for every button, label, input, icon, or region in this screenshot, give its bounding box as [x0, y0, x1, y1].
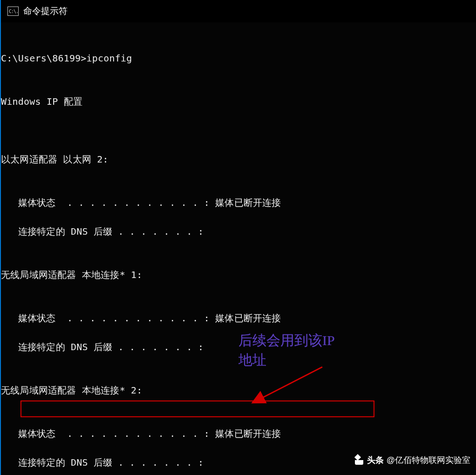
dns-suffix: 连接特定的 DNS 后缀 . . . . . . . :: [1, 340, 476, 354]
media-state: 媒体状态 . . . . . . . . . . . . : 媒体已断开连接: [1, 311, 476, 326]
dns-suffix: 连接特定的 DNS 后缀 . . . . . . . :: [1, 224, 476, 239]
toutiao-icon: [354, 455, 364, 465]
adapter-title: 无线局域网适配器 本地连接* 1:: [1, 268, 476, 282]
watermark: 头条 @亿佰特物联网实验室: [354, 455, 470, 466]
window-titlebar: C:\. 命令提示符: [1, 0, 476, 22]
media-state: 媒体状态 . . . . . . . . . . . . : 媒体已断开连接: [1, 427, 476, 441]
adapter-title: 无线局域网适配器 本地连接* 2:: [1, 383, 476, 398]
adapter-title: 以太网适配器 以太网 2:: [1, 152, 476, 167]
terminal-output[interactable]: C:\Users\86199>ipconfig Windows IP 配置 以太…: [1, 22, 476, 475]
prompt-line: C:\Users\86199>ipconfig: [1, 51, 476, 66]
cmd-icon: C:\.: [7, 7, 19, 16]
watermark-text: @亿佰特物联网实验室: [387, 455, 470, 466]
ip-header: Windows IP 配置: [1, 95, 476, 109]
media-state: 媒体状态 . . . . . . . . . . . . : 媒体已断开连接: [1, 196, 476, 210]
watermark-prefix: 头条: [367, 455, 384, 466]
window-title: 命令提示符: [23, 5, 68, 17]
